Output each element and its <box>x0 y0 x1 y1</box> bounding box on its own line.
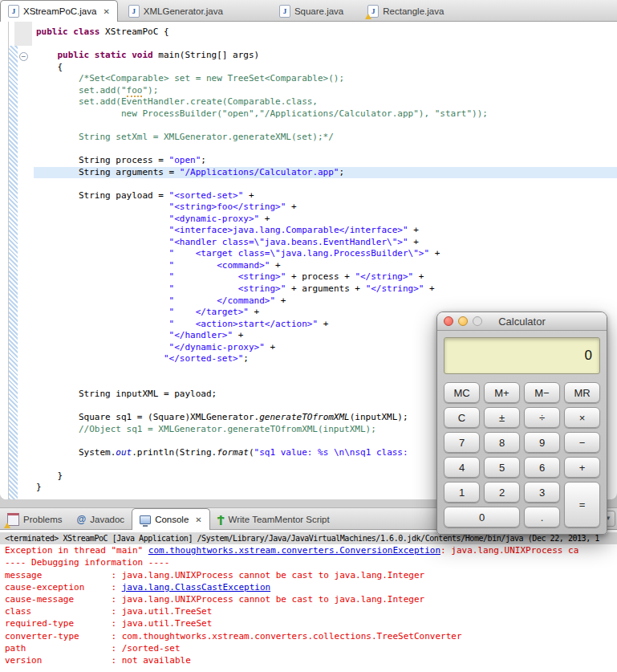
code-line: public static void main(String[] args) <box>36 50 617 62</box>
ruler-top-block <box>14 21 32 46</box>
calc-button-6[interactable]: 6 <box>524 457 560 478</box>
console-tab-label: Write TeamMentor Script <box>229 515 330 524</box>
calc-button-2[interactable]: 2 <box>484 482 520 503</box>
calc-button-3[interactable]: 3 <box>524 482 560 503</box>
close-icon[interactable]: ✕ <box>103 7 109 16</box>
calculator-title: Calculator <box>437 316 607 328</box>
calc-button-5[interactable]: 5 <box>484 457 520 478</box>
calc-button-±[interactable]: ± <box>484 407 520 428</box>
code-line: "<interface>java.lang.Comparable</interf… <box>36 225 617 237</box>
code-line: /*Set<Comparable> set = new TreeSet<Comp… <box>36 73 617 85</box>
code-line: String setXml = XMLGenerator.generateXML… <box>36 132 617 144</box>
quick-diff-indicator <box>9 46 18 499</box>
editor-left-ruler: − <box>0 21 34 499</box>
calc-button-9[interactable]: 9 <box>524 432 560 453</box>
editor-tabbar: JXStreamPoC.java✕JXMLGenerator.javaJSqua… <box>0 0 617 22</box>
console-line: cause-exception : java.lang.ClassCastExc… <box>0 581 617 593</box>
code-line: " </command>" + <box>36 295 617 307</box>
close-icon[interactable]: ✕ <box>195 515 201 524</box>
calc-button-1[interactable]: 1 <box>444 482 480 503</box>
teammentor-icon: Ϯ <box>217 514 225 524</box>
code-line <box>36 143 617 155</box>
calculator-body: 0 MCM+M−MRC±÷×789−456+123=0. <box>437 331 607 534</box>
java-file-icon: J <box>128 5 140 18</box>
warning-overlay-icon <box>4 523 10 528</box>
console-tab-javadoc[interactable]: @Javadoc <box>70 509 132 529</box>
current-line: String arguments = "/Applications/Calcul… <box>34 167 617 179</box>
fold-collapse-icon[interactable]: − <box>19 52 28 61</box>
console-tab-label: Javadoc <box>90 515 124 524</box>
calc-button-M−[interactable]: M− <box>524 382 560 403</box>
calc-button-M+[interactable]: M+ <box>484 382 520 403</box>
code-line: String payload = "<sorted-set>" + <box>36 190 617 202</box>
code-line: String process = "open"; <box>36 155 617 167</box>
calc-button-C[interactable]: C <box>444 407 480 428</box>
calc-button-÷[interactable]: ÷ <box>524 407 560 428</box>
code-line: "<string>foo</string>" + <box>36 202 617 214</box>
editor-tab-label: Square.java <box>294 6 343 16</box>
calc-button-7[interactable]: 7 <box>444 432 480 453</box>
calculator-window[interactable]: Calculator 0 MCM+M−MRC±÷×789−456+123=0. <box>436 312 607 535</box>
code-line <box>36 178 617 190</box>
console-tab-problems[interactable]: Problems <box>0 509 70 529</box>
console-line: message : java.lang.UNIXProcess cannot b… <box>0 569 617 581</box>
console-tab-label: Problems <box>23 515 63 524</box>
console-tab-write-teammentor-script[interactable]: ϮWrite TeamMentor Script <box>210 509 337 529</box>
editor-tab-label: XStreamPoC.java <box>23 6 96 16</box>
code-line: " <target class=\"java.lang.ProcessBuild… <box>36 248 617 260</box>
code-line: " <string>" + arguments + "</string>" + <box>36 283 617 295</box>
console-line: version : not available <box>0 654 617 666</box>
java-file-icon: J <box>279 5 290 18</box>
editor-tab-xmlgenerator-java[interactable]: JXMLGenerator.java <box>121 1 230 21</box>
calc-button-.[interactable]: . <box>524 507 560 527</box>
code-line <box>36 120 617 132</box>
console-line: ---- Debugging information ---- <box>0 556 617 568</box>
console-line: Exception in thread "main" com.thoughtwo… <box>0 544 617 556</box>
code-line: { <box>36 62 617 74</box>
console-line: path : /sorted-set <box>0 642 617 654</box>
javadoc-icon: @ <box>77 515 87 524</box>
calc-button-=[interactable]: = <box>564 482 600 527</box>
calc-button-MC[interactable]: MC <box>444 382 480 403</box>
calc-button-4[interactable]: 4 <box>444 457 480 478</box>
code-line: public class XStreamPoC { <box>36 26 617 39</box>
code-line: "<dynamic-proxy>" + <box>36 214 617 226</box>
editor-tab-label: Rectangle.java <box>383 6 444 16</box>
console-line: class : java.util.TreeSet <box>0 605 617 617</box>
calc-button-−[interactable]: − <box>564 432 600 453</box>
calc-button-+[interactable]: + <box>564 457 600 478</box>
code-line: set.add("foo"); <box>36 85 617 97</box>
console-hyperlink[interactable]: java.lang.ClassCastException <box>122 582 270 593</box>
calculator-titlebar[interactable]: Calculator <box>437 312 607 331</box>
console-line: cause-message : java.lang.UNIXProcess ca… <box>0 593 617 605</box>
editor-tab-label: XMLGenerator.java <box>144 6 223 16</box>
console-tab-console[interactable]: Console✕ <box>132 508 210 530</box>
code-line: " <string>" + process + "</string>" + <box>36 271 617 283</box>
editor-tab-square-java[interactable]: JSquare.java <box>272 1 351 21</box>
editor-tab-rectangle-java[interactable]: JRectangle.java <box>360 1 451 21</box>
console-tab-label: Console <box>155 515 189 524</box>
console-line: required-type : java.util.TreeSet <box>0 617 617 629</box>
console-icon <box>140 515 151 524</box>
java-file-icon: J <box>367 5 379 18</box>
calc-button-MR[interactable]: MR <box>564 382 600 403</box>
code-line <box>36 39 617 51</box>
java-file-icon: J <box>8 5 19 18</box>
calculator-keypad: MCM+M−MRC±÷×789−456+123=0. <box>444 382 600 527</box>
calc-button-8[interactable]: 8 <box>484 432 520 453</box>
code-line: new ProcessBuilder("open","/Applications… <box>36 108 617 120</box>
calc-button-×[interactable]: × <box>564 407 600 428</box>
code-line: set.add(EventHandler.create(Comparable.c… <box>36 96 617 108</box>
editor-tab-xstreampoc-java[interactable]: JXStreamPoC.java✕ <box>0 0 118 22</box>
calculator-display: 0 <box>444 337 600 374</box>
code-line: "<handler class=\"java.beans.EventHandle… <box>36 237 617 249</box>
calc-button-0[interactable]: 0 <box>444 507 520 527</box>
console-line: converter-type : com.thoughtworks.xstrea… <box>0 630 617 642</box>
warning-overlay-icon <box>365 14 371 19</box>
code-line: " <command>" + <box>36 260 617 272</box>
console-hyperlink[interactable]: com.thoughtworks.xstream.converters.Conv… <box>148 545 440 556</box>
problems-icon <box>7 513 19 526</box>
console-output[interactable]: <terminated> XStreamPoC [Java Applicatio… <box>0 529 617 672</box>
